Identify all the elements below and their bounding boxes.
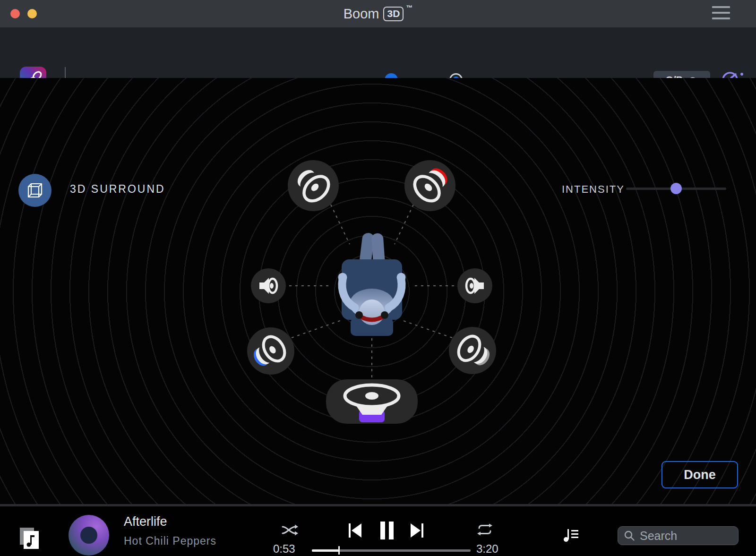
speaker-scene xyxy=(0,78,756,504)
track-title: Afterlife xyxy=(124,514,167,529)
toolbar: O/P xyxy=(0,27,756,78)
seek-bar[interactable] xyxy=(312,546,471,555)
track-artist: Hot Chili Peppers xyxy=(124,535,216,547)
surround-stage: 3D SURROUND INTENSITY xyxy=(0,78,756,504)
speaker-front-right[interactable] xyxy=(404,160,455,211)
player-bar: Afterlife Hot Chili Peppers xyxy=(0,504,756,556)
music-library-icon[interactable] xyxy=(19,527,41,552)
titlebar: Boom 3D ™ xyxy=(0,0,756,27)
next-track-button[interactable] xyxy=(410,523,423,539)
album-art[interactable] xyxy=(69,515,109,556)
app-title: Boom 3D ™ xyxy=(0,0,756,27)
repeat-icon xyxy=(476,523,493,536)
speaker-side-right[interactable] xyxy=(457,268,492,303)
next-icon xyxy=(410,523,423,538)
app-title-text: Boom xyxy=(344,6,379,22)
shuffle-icon xyxy=(281,523,299,537)
speaker-side-left[interactable] xyxy=(251,268,286,303)
elapsed-time: 0:53 xyxy=(273,542,295,556)
trademark-symbol: ™ xyxy=(406,4,412,11)
3d-badge: 3D xyxy=(383,7,404,21)
speaker-front-left[interactable] xyxy=(288,160,339,211)
boom3d-window: Boom 3D ™ O/P xyxy=(0,0,756,556)
shuffle-button[interactable] xyxy=(281,523,299,538)
repeat-button[interactable] xyxy=(476,523,493,537)
search-icon xyxy=(624,530,635,541)
playhead[interactable] xyxy=(338,546,340,555)
previous-icon xyxy=(349,523,362,538)
speaker-subwoofer[interactable] xyxy=(326,379,418,424)
pause-icon xyxy=(379,522,395,539)
speaker-rear-left[interactable] xyxy=(247,327,294,375)
done-button[interactable]: Done xyxy=(662,461,738,488)
album-art-center xyxy=(80,527,97,544)
previous-track-button[interactable] xyxy=(349,523,362,539)
search-input[interactable] xyxy=(640,529,732,543)
menu-icon[interactable] xyxy=(712,6,730,23)
listener-figure xyxy=(338,232,406,336)
playlist-icon[interactable] xyxy=(563,527,579,545)
search-field[interactable] xyxy=(618,526,739,545)
speaker-rear-right[interactable] xyxy=(449,327,496,374)
pause-button[interactable] xyxy=(379,522,395,541)
total-time: 3:20 xyxy=(476,542,498,556)
